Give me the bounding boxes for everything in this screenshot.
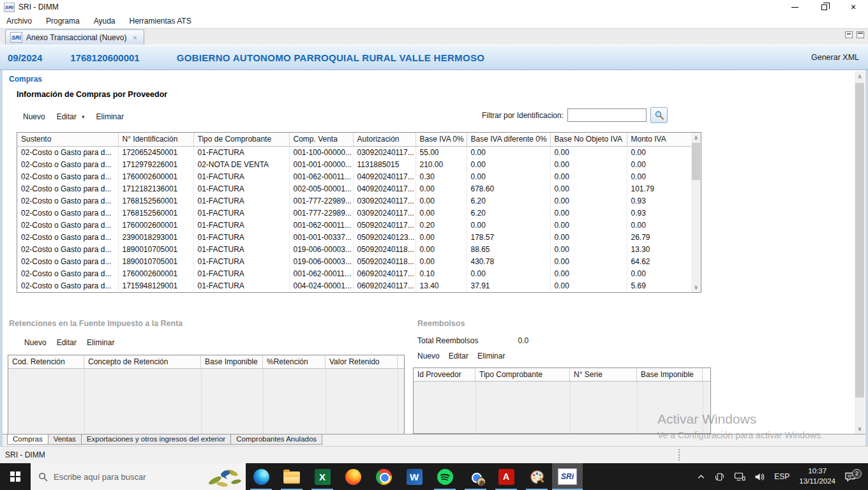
reembolsos-editar-button[interactable]: Editar xyxy=(449,352,468,360)
nuevo-button[interactable]: Nuevo xyxy=(23,112,45,121)
main-scrollbar[interactable]: ∧ ∨ xyxy=(855,71,865,434)
tab-exportaciones[interactable]: Exportaciones y otros ingresos del exter… xyxy=(81,434,231,445)
taskbar-file-explorer[interactable] xyxy=(276,463,307,490)
table-row[interactable]: 02-Costo o Gasto para d...17600026000010… xyxy=(17,268,691,280)
column-header[interactable]: Concepto de Retención xyxy=(84,355,201,368)
paint-icon xyxy=(529,469,545,485)
volume-icon[interactable] xyxy=(750,463,770,490)
column-header[interactable]: Tipo Comprobante xyxy=(475,368,570,381)
table-row[interactable]: 02-Costo o Gasto para d...17129792260010… xyxy=(17,158,691,170)
taskbar-sri-dimm[interactable]: SRi xyxy=(552,463,583,490)
taskbar-firefox[interactable] xyxy=(338,463,368,490)
column-header[interactable]: N° Identificación xyxy=(118,133,193,146)
tab-ventas[interactable]: Ventas xyxy=(48,434,82,445)
main-scroll-thumb[interactable] xyxy=(855,83,864,397)
table-row[interactable]: 02-Costo o Gasto para d...18900107050010… xyxy=(17,256,691,268)
taskbar-acrobat[interactable]: A xyxy=(491,463,521,490)
menu-herramientas-ats[interactable]: Herramientas ATS xyxy=(130,17,191,26)
taskbar-paint[interactable] xyxy=(521,463,552,490)
close-button[interactable]: × xyxy=(839,0,868,14)
scroll-down-icon[interactable]: ∨ xyxy=(691,282,701,292)
maximize-pane-icon[interactable] xyxy=(857,31,864,38)
tray-chevron-up-icon[interactable] xyxy=(692,463,710,490)
column-header[interactable]: Base Imponible xyxy=(201,355,263,368)
taskbar-spotify[interactable] xyxy=(430,463,460,490)
editar-dropdown-icon[interactable]: ▾ xyxy=(82,114,85,120)
network-icon[interactable] xyxy=(730,463,750,490)
language-indicator[interactable]: ESP xyxy=(770,463,794,490)
tab-compras[interactable]: Compras xyxy=(7,434,49,445)
retenciones-eliminar-button[interactable]: Eliminar xyxy=(87,338,114,347)
table-cell: 0.00 xyxy=(467,219,550,231)
table-row[interactable]: 02-Costo o Gasto para d...17681525600010… xyxy=(17,207,691,219)
minimize-pane-icon[interactable] xyxy=(845,31,853,38)
column-header[interactable]: Base Imponible xyxy=(637,368,703,381)
taskbar-chrome[interactable] xyxy=(368,463,399,490)
table-row[interactable]: 02-Costo o Gasto para d...17159481290010… xyxy=(17,280,691,292)
maximize-button[interactable] xyxy=(809,0,839,14)
start-button[interactable] xyxy=(0,463,31,490)
table-row[interactable]: 02-Costo o Gasto para d...17206524500010… xyxy=(17,146,691,158)
column-header[interactable]: Comp. Venta xyxy=(289,133,353,146)
column-header[interactable]: %Retención xyxy=(263,355,326,368)
reembolsos-nuevo-button[interactable]: Nuevo xyxy=(417,352,440,360)
reembolsos-eliminar-button[interactable]: Eliminar xyxy=(477,352,505,360)
minimize-button[interactable] xyxy=(780,0,809,14)
taskbar-word[interactable]: W xyxy=(399,463,430,490)
table-row[interactable]: 02-Costo o Gasto para d...23900182930010… xyxy=(17,232,691,244)
menu-ayuda[interactable]: Ayuda xyxy=(94,17,116,26)
main-scroll-down-icon[interactable]: ∨ xyxy=(855,424,865,434)
tab-comprobantes-anulados[interactable]: Comprobantes Anulados xyxy=(230,434,322,445)
column-header[interactable]: Tipo de Comprobante xyxy=(193,133,289,146)
column-header[interactable]: Autorización xyxy=(353,133,415,146)
compras-table-scrollbar[interactable]: ∧ ∨ xyxy=(691,133,701,292)
taskbar-search[interactable] xyxy=(31,463,246,490)
table-row[interactable]: 02-Costo o Gasto para d...17121821360010… xyxy=(17,182,691,195)
column-header[interactable]: Sustento xyxy=(17,133,118,146)
generar-xml-button[interactable]: Generar XML xyxy=(811,53,859,62)
tablet-mode-icon[interactable] xyxy=(710,463,730,490)
table-cell: 0.00 xyxy=(415,195,467,207)
taskbar-chrome-profile[interactable] xyxy=(460,463,491,490)
column-header[interactable]: N° Serie xyxy=(570,368,637,381)
menu-archivo[interactable]: Archivo xyxy=(6,17,32,26)
column-header[interactable]: Base IVA 0% xyxy=(415,133,467,146)
table-cell: 050920240118... xyxy=(353,256,415,268)
clock[interactable]: 10:37 13/11/2024 xyxy=(794,466,841,486)
column-header[interactable]: Id Proveedor xyxy=(414,368,475,381)
column-header[interactable]: Base IVA diferente 0% xyxy=(467,133,550,146)
table-cell: 01-FACTURA xyxy=(193,280,289,292)
table-cell: 02-Costo o Gasto para d... xyxy=(17,280,118,292)
filter-input[interactable] xyxy=(567,108,647,122)
filter-search-button[interactable] xyxy=(650,107,668,123)
compras-table-body: 02-Costo o Gasto para d...17206524500010… xyxy=(17,146,691,292)
column-header[interactable]: Base No Objeto IVA xyxy=(550,133,627,146)
table-row[interactable]: 02-Costo o Gasto para d...17600026000010… xyxy=(17,170,691,182)
column-header[interactable]: Monto IVA xyxy=(627,133,691,146)
reembolsos-section-title: Reembolsos xyxy=(417,319,465,328)
retenciones-nuevo-button[interactable]: Nuevo xyxy=(24,338,47,347)
editar-button[interactable]: Editar xyxy=(57,112,77,121)
main-scroll-up-icon[interactable]: ∧ xyxy=(855,71,865,82)
menu-programa[interactable]: Programa xyxy=(46,17,80,26)
taskbar-edge[interactable] xyxy=(246,463,276,490)
system-tray: ESP 10:37 13/11/2024 2 xyxy=(692,463,868,490)
scroll-thumb[interactable] xyxy=(692,143,700,180)
table-row[interactable]: 02-Costo o Gasto para d...18900107050010… xyxy=(17,244,691,256)
table-row[interactable]: 02-Costo o Gasto para d...17681525600010… xyxy=(17,195,691,207)
taskbar-excel[interactable]: X xyxy=(307,463,338,490)
column-header[interactable]: Valor Retenido xyxy=(326,355,398,368)
table-cell: 430.78 xyxy=(467,256,550,268)
retenciones-editar-button[interactable]: Editar xyxy=(57,338,77,347)
search-input[interactable] xyxy=(54,472,175,482)
scroll-up-icon[interactable]: ∧ xyxy=(691,133,701,143)
column-header[interactable]: Cod. Retención xyxy=(8,355,84,368)
table-cell: 0.93 xyxy=(627,195,691,207)
tab-close-icon[interactable]: × xyxy=(130,33,139,42)
table-cell: 1720652450001 xyxy=(118,146,193,158)
notification-center-button[interactable]: 2 xyxy=(841,471,863,482)
table-row[interactable]: 02-Costo o Gasto para d...17600026000010… xyxy=(17,219,691,231)
table-cell: 0.00 xyxy=(550,146,627,158)
eliminar-button[interactable]: Eliminar xyxy=(96,112,124,121)
tab-anexo-transaccional[interactable]: SRi Anexo Transaccional (Nuevo) × xyxy=(5,29,144,45)
